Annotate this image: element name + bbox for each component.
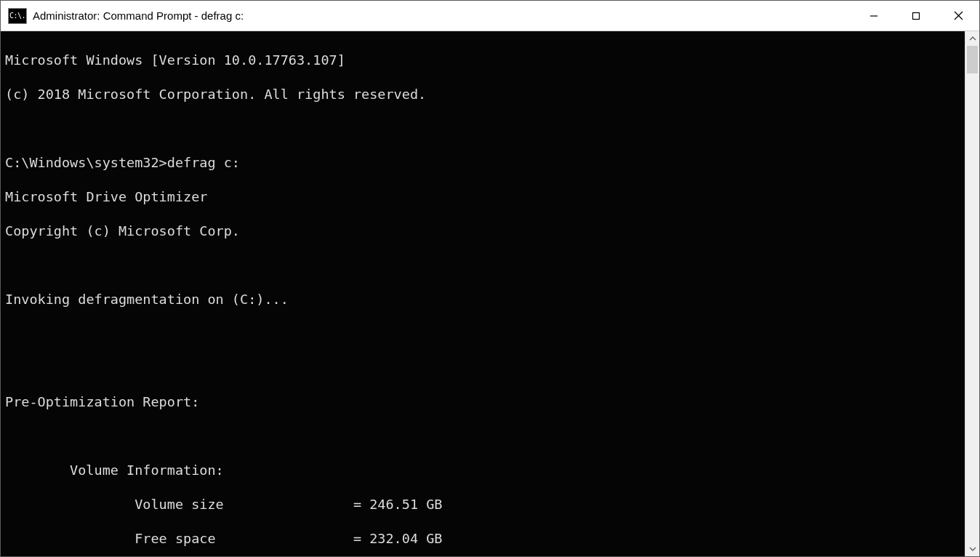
tool-name: Microsoft Drive Optimizer (5, 188, 965, 206)
tool-copyright: Copyright (c) Microsoft Corp. (5, 223, 965, 240)
banner-line: (c) 2018 Microsoft Corporation. All righ… (5, 86, 965, 103)
minimize-icon (869, 12, 878, 20)
chevron-up-icon (969, 35, 976, 42)
invoking-line: Invoking defragmentation on (C:)... (5, 291, 965, 308)
blank-line (5, 120, 965, 137)
maximize-icon (912, 12, 920, 20)
terminal-output[interactable]: Microsoft Windows [Version 10.0.17763.10… (1, 31, 965, 556)
report-header: Pre-Optimization Report: (5, 393, 965, 411)
volume-size-row: Volume size= 246.51 GB (5, 496, 965, 513)
free-space-row: Free space= 232.04 GB (5, 530, 965, 548)
prompt-line: C:\Windows\system32>defrag c: (5, 154, 965, 172)
scroll-up-button[interactable] (965, 31, 979, 46)
close-icon (954, 11, 963, 20)
scroll-track[interactable] (965, 46, 979, 542)
row-label: Volume size (134, 496, 353, 513)
scroll-down-button[interactable] (965, 542, 979, 556)
banner-line: Microsoft Windows [Version 10.0.17763.10… (5, 52, 965, 69)
row-label: Free space (134, 530, 353, 548)
blank-line (5, 359, 965, 377)
close-button[interactable] (937, 1, 979, 31)
row-value: 246.51 GB (369, 496, 442, 513)
titlebar[interactable]: C:\. Administrator: Command Prompt - def… (1, 1, 979, 31)
minimize-button[interactable] (853, 1, 895, 31)
blank-line (5, 325, 965, 342)
svg-rect-1 (913, 12, 920, 19)
chevron-down-icon (969, 545, 976, 553)
row-value: 232.04 GB (369, 530, 442, 548)
volume-info-header: Volume Information: (5, 462, 965, 479)
maximize-button[interactable] (895, 1, 937, 31)
window-title: Administrator: Command Prompt - defrag c… (33, 9, 244, 22)
client-area: Microsoft Windows [Version 10.0.17763.10… (1, 31, 979, 556)
blank-line (5, 257, 965, 274)
typed-command: defrag c: (167, 155, 240, 170)
equals-sign: = (353, 530, 369, 548)
scroll-thumb[interactable] (967, 46, 978, 73)
app-window: C:\. Administrator: Command Prompt - def… (0, 0, 980, 557)
equals-sign: = (353, 496, 369, 513)
blank-line (5, 428, 965, 445)
cmd-app-icon: C:\. (8, 8, 27, 24)
prompt-path: C:\Windows\system32> (5, 155, 167, 170)
vertical-scrollbar[interactable] (965, 31, 979, 556)
